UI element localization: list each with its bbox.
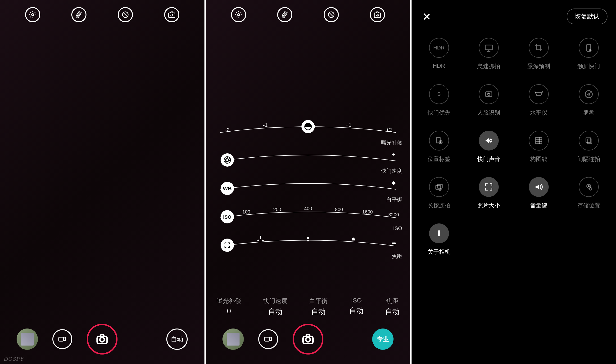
- setting-touch-shutter[interactable]: 触屏快门: [566, 38, 611, 70]
- svg-text:+: +: [392, 152, 395, 157]
- svg-rect-42: [485, 45, 492, 50]
- svg-rect-5: [59, 337, 64, 341]
- setting-storage[interactable]: 存储位置: [566, 177, 611, 209]
- svg-point-0: [31, 14, 34, 16]
- flash-icon[interactable]: [71, 7, 86, 22]
- pro-sliders: -2 -1 +1 +2 曝光补偿 + 快门速度: [206, 118, 410, 260]
- svg-point-67: [588, 185, 589, 187]
- close-icon[interactable]: [420, 10, 433, 23]
- setting-label: 照片大小: [477, 202, 500, 209]
- slider-shutter[interactable]: + 快门速度: [206, 147, 410, 175]
- svg-rect-64: [436, 185, 440, 189]
- svg-rect-63: [586, 138, 591, 143]
- setting-shutter-sound[interactable]: 快门声音: [466, 131, 511, 163]
- svg-point-39: [306, 338, 310, 342]
- flash-icon[interactable]: [277, 7, 292, 22]
- setting-about[interactable]: 关于相机: [416, 223, 462, 256]
- svg-text:100: 100: [242, 209, 250, 214]
- slider-label: 快门速度: [381, 168, 402, 175]
- face-icon: [479, 84, 499, 104]
- setting-interval[interactable]: 间隔连拍: [566, 131, 611, 163]
- camera-auto-panel: 自动 DOSPY: [0, 0, 206, 364]
- settings-icon[interactable]: [25, 7, 40, 22]
- video-mode-button[interactable]: [52, 329, 72, 349]
- svg-line-3: [124, 13, 127, 17]
- bottom-bar: 专业: [206, 324, 410, 354]
- video-mode-button[interactable]: [258, 329, 278, 349]
- slider-focus[interactable]: 焦距: [206, 232, 410, 260]
- readout-iso[interactable]: ISO自动: [349, 297, 363, 317]
- mode-button-auto[interactable]: 自动: [166, 328, 188, 350]
- readout-shutter[interactable]: 快门速度自动: [263, 297, 288, 317]
- camera-pro-panel: -2 -1 +1 +2 曝光补偿 + 快门速度: [206, 0, 412, 364]
- setting-compass[interactable]: 罗盘: [566, 84, 611, 117]
- timer-icon[interactable]: [118, 7, 133, 22]
- geotag-icon: [429, 131, 449, 151]
- setting-volume-key[interactable]: 音量键: [516, 177, 561, 209]
- setting-face-detect[interactable]: 人脸识别: [466, 84, 511, 117]
- svg-text:3200: 3200: [388, 212, 399, 217]
- setting-label: 急速抓拍: [477, 63, 500, 70]
- touch-icon: [579, 38, 599, 58]
- watermark: DOSPY: [4, 356, 24, 362]
- readout-exposure[interactable]: 曝光补偿0: [217, 297, 241, 317]
- setting-grid-lines[interactable]: 构图线: [516, 131, 561, 163]
- gallery-thumbnail[interactable]: [17, 328, 38, 350]
- svg-text:1600: 1600: [362, 209, 373, 214]
- readout-wb[interactable]: 白平衡自动: [309, 297, 328, 317]
- setting-hdr[interactable]: HDRHDR: [416, 38, 462, 70]
- setting-label: 快门声音: [477, 155, 500, 163]
- svg-rect-62: [587, 139, 592, 144]
- setting-label: HDR: [433, 63, 445, 69]
- info-icon: [429, 223, 449, 243]
- setting-label: 关于相机: [428, 248, 450, 256]
- switch-camera-icon[interactable]: [164, 7, 179, 22]
- setting-label: 位置标签: [428, 155, 450, 163]
- setting-shutter-priority[interactable]: S快门优先: [416, 84, 462, 117]
- setting-depth[interactable]: 景深预测: [516, 38, 561, 70]
- slider-label: 曝光补偿: [381, 139, 402, 146]
- switch-camera-icon[interactable]: [370, 7, 385, 22]
- shutter-button[interactable]: [87, 324, 118, 354]
- setting-burst-fast[interactable]: 急速抓拍: [466, 38, 511, 70]
- gallery-thumbnail[interactable]: [222, 328, 244, 350]
- slider-label: ISO: [393, 225, 402, 232]
- fullscreen-icon: [479, 177, 499, 197]
- compass-icon: [579, 84, 599, 104]
- setting-label: 构图线: [530, 155, 547, 163]
- slider-wb[interactable]: WB 白平衡: [206, 175, 410, 204]
- mode-button-pro[interactable]: 专业: [372, 328, 394, 350]
- setting-hold-burst[interactable]: 长按连拍: [416, 177, 462, 209]
- level-icon: [529, 84, 549, 104]
- svg-point-56: [490, 139, 492, 142]
- readout-focus[interactable]: 焦距自动: [385, 297, 399, 317]
- setting-level[interactable]: 水平仪: [516, 84, 561, 117]
- camera-settings-panel: 恢复默认 HDRHDR急速抓拍景深预测触屏快门S快门优先人脸识别水平仪罗盘位置标…: [411, 0, 616, 364]
- slider-exposure[interactable]: -2 -1 +1 +2 曝光补偿: [206, 118, 410, 147]
- svg-text:-2: -2: [225, 127, 230, 133]
- svg-text:-1: -1: [263, 122, 268, 128]
- svg-point-35: [307, 237, 309, 239]
- svg-point-68: [589, 188, 592, 190]
- monitor-icon: [479, 38, 499, 58]
- svg-text:800: 800: [335, 207, 343, 212]
- settings-icon[interactable]: [231, 7, 246, 22]
- svg-point-7: [100, 338, 105, 342]
- settings-grid: HDRHDR急速抓拍景深预测触屏快门S快门优先人脸识别水平仪罗盘位置标签快门声音…: [416, 38, 611, 256]
- slider-iso[interactable]: 100 200 400 800 1600 3200 ISO ISO: [206, 204, 410, 232]
- setting-label: 长按连拍: [428, 202, 450, 209]
- svg-rect-70: [438, 233, 439, 236]
- timer-icon[interactable]: [324, 7, 339, 22]
- svg-text:+2: +2: [386, 127, 392, 133]
- grid-icon: [529, 131, 549, 151]
- setting-label: 人脸识别: [477, 109, 500, 117]
- setting-label: 存储位置: [577, 202, 600, 209]
- s-circle-icon: S: [429, 84, 449, 104]
- bottom-bar: 自动: [0, 324, 205, 354]
- svg-point-8: [237, 14, 240, 16]
- reset-defaults-button[interactable]: 恢复默认: [567, 9, 607, 24]
- pro-readouts: 曝光补偿0 快门速度自动 白平衡自动 ISO自动 焦距自动: [206, 297, 410, 317]
- setting-geotag[interactable]: 位置标签: [416, 131, 462, 163]
- shutter-button[interactable]: [293, 324, 323, 354]
- setting-photo-size[interactable]: 照片大小: [466, 177, 511, 209]
